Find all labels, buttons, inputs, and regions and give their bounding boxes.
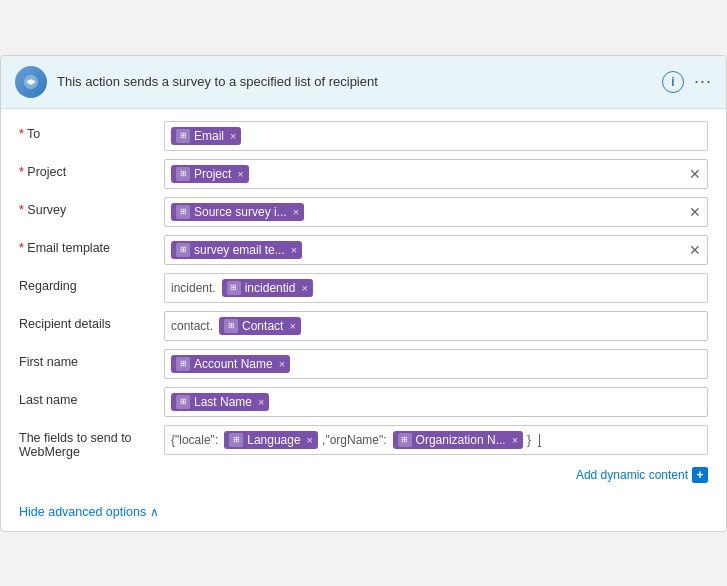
prefix-locale: {"locale": xyxy=(171,433,218,447)
token-email: ⊞ Email × xyxy=(171,127,241,145)
add-dynamic-label: Add dynamic content xyxy=(576,468,688,482)
token-incidentid: ⊞ incidentid × xyxy=(222,279,313,297)
db-icon: ⊞ xyxy=(224,319,238,333)
field-webmerge: The fields to send to WebMerge {"locale"… xyxy=(19,425,708,459)
remove-org-name-token[interactable]: × xyxy=(512,434,518,446)
card-header: This action sends a survey to a specifie… xyxy=(1,56,726,109)
header-icons: i ··· xyxy=(662,71,712,93)
input-regarding[interactable]: incident. ⊞ incidentid × xyxy=(164,273,708,303)
db-icon: ⊞ xyxy=(176,357,190,371)
prefix-orgname: ,"orgName": xyxy=(322,433,387,447)
remove-last-name-token[interactable]: × xyxy=(258,396,264,408)
token-account-name: ⊞ Account Name × xyxy=(171,355,290,373)
input-webmerge[interactable]: {"locale": ⊞ Language × ,"orgName": ⊞ Or… xyxy=(164,425,708,455)
db-icon: ⊞ xyxy=(176,205,190,219)
field-first-name: First name ⊞ Account Name × xyxy=(19,349,708,379)
prefix-incident: incident. xyxy=(171,281,216,295)
field-last-name: Last name ⊞ Last Name × xyxy=(19,387,708,417)
label-webmerge: The fields to send to WebMerge xyxy=(19,425,164,459)
db-icon: ⊞ xyxy=(176,395,190,409)
token-language: ⊞ Language × xyxy=(224,431,318,449)
field-project: * Project ⊞ Project × ✕ xyxy=(19,159,708,189)
field-email-template: * Email template ⊞ survey email te... × … xyxy=(19,235,708,265)
label-last-name: Last name xyxy=(19,387,164,407)
more-options-icon[interactable]: ··· xyxy=(694,71,712,92)
field-to: * To ⊞ Email × xyxy=(19,121,708,151)
add-dynamic-btn[interactable]: + xyxy=(692,467,708,483)
chevron-up-icon: ∧ xyxy=(150,505,159,519)
db-icon: ⊞ xyxy=(398,433,412,447)
remove-email-token[interactable]: × xyxy=(230,130,236,142)
remove-language-token[interactable]: × xyxy=(307,434,313,446)
hide-advanced-options-link[interactable]: Hide advanced options ∧ xyxy=(19,505,708,519)
token-survey: ⊞ Source survey i... × xyxy=(171,203,304,221)
card-footer: Hide advanced options ∧ xyxy=(1,497,726,531)
action-card: This action sends a survey to a specifie… xyxy=(0,55,727,532)
label-to: * To xyxy=(19,121,164,141)
token-contact: ⊞ Contact × xyxy=(219,317,301,335)
clear-project[interactable]: ✕ xyxy=(689,166,701,182)
label-email-template: * Email template xyxy=(19,235,164,255)
db-icon: ⊞ xyxy=(227,281,241,295)
remove-email-template-token[interactable]: × xyxy=(291,244,297,256)
token-org-name: ⊞ Organization N... × xyxy=(393,431,523,449)
prefix-contact: contact. xyxy=(171,319,213,333)
hide-advanced-label: Hide advanced options xyxy=(19,505,146,519)
input-survey[interactable]: ⊞ Source survey i... × ✕ xyxy=(164,197,708,227)
remove-incidentid-token[interactable]: × xyxy=(301,282,307,294)
field-recipient-details: Recipient details contact. ⊞ Contact × xyxy=(19,311,708,341)
input-first-name[interactable]: ⊞ Account Name × xyxy=(164,349,708,379)
db-icon: ⊞ xyxy=(176,129,190,143)
label-survey: * Survey xyxy=(19,197,164,217)
label-regarding: Regarding xyxy=(19,273,164,293)
remove-account-name-token[interactable]: × xyxy=(279,358,285,370)
input-last-name[interactable]: ⊞ Last Name × xyxy=(164,387,708,417)
clear-email-template[interactable]: ✕ xyxy=(689,242,701,258)
suffix-brace: } xyxy=(527,433,531,447)
cursor-indicator: | xyxy=(538,432,541,447)
remove-contact-token[interactable]: × xyxy=(289,320,295,332)
field-survey: * Survey ⊞ Source survey i... × ✕ xyxy=(19,197,708,227)
label-project: * Project xyxy=(19,159,164,179)
db-icon: ⊞ xyxy=(229,433,243,447)
info-icon[interactable]: i xyxy=(662,71,684,93)
input-email-template[interactable]: ⊞ survey email te... × ✕ xyxy=(164,235,708,265)
clear-survey[interactable]: ✕ xyxy=(689,204,701,220)
header-description: This action sends a survey to a specifie… xyxy=(57,74,652,89)
db-icon: ⊞ xyxy=(176,243,190,257)
add-dynamic-content-link[interactable]: Add dynamic content + xyxy=(576,467,708,483)
label-recipient-details: Recipient details xyxy=(19,311,164,331)
input-recipient-details[interactable]: contact. ⊞ Contact × xyxy=(164,311,708,341)
app-logo xyxy=(15,66,47,98)
remove-survey-token[interactable]: × xyxy=(293,206,299,218)
db-icon: ⊞ xyxy=(176,167,190,181)
field-regarding: Regarding incident. ⊞ incidentid × xyxy=(19,273,708,303)
token-project: ⊞ Project × xyxy=(171,165,249,183)
label-first-name: First name xyxy=(19,349,164,369)
remove-project-token[interactable]: × xyxy=(237,168,243,180)
input-project[interactable]: ⊞ Project × ✕ xyxy=(164,159,708,189)
token-last-name: ⊞ Last Name × xyxy=(171,393,269,411)
input-to[interactable]: ⊞ Email × xyxy=(164,121,708,151)
token-email-template: ⊞ survey email te... × xyxy=(171,241,302,259)
form-body: * To ⊞ Email × * Project ⊞ Project × ✕ xyxy=(1,109,726,497)
add-dynamic-row: Add dynamic content + xyxy=(19,467,708,483)
